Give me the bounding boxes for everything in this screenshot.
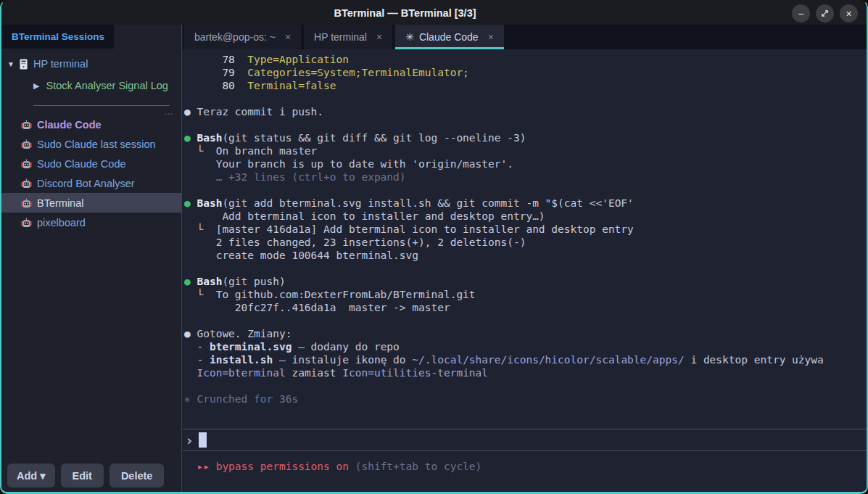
tab-strip: bartek@pop-os: ~×HP terminal×✳Claude Cod… (183, 25, 867, 49)
text-cursor[interactable] (199, 432, 207, 448)
tab-label: bartek@pop-os: ~ (194, 31, 276, 43)
terminal-line: ● Bash(git status && git diff && git log… (184, 131, 867, 144)
main-area: bartek@pop-os: ~×HP terminal×✳Claude Cod… (183, 25, 867, 492)
tab-label: HP terminal (314, 31, 367, 43)
robot-icon (21, 218, 32, 228)
titlebar[interactable]: BTerminal — BTerminal [3/3] − × (1, 1, 867, 25)
terminal-line (184, 379, 867, 392)
terminal-line: - bterminal.svg — dodany do repo (184, 340, 867, 353)
session-label: BTerminal (37, 197, 83, 209)
sidebar-session-item[interactable]: BTerminal (1, 193, 181, 213)
hp-terminal-label: HP terminal (33, 58, 88, 70)
minimize-icon: − (798, 9, 803, 19)
tab-close-icon[interactable]: × (376, 31, 382, 43)
session-label: Discord Bot Analyser (37, 178, 135, 189)
terminal-line: ● Gotowe. Zmiany: (184, 327, 867, 340)
terminal-line: 20fc27f..416da1a master -> master (184, 301, 867, 314)
maximize-icon (821, 9, 829, 17)
sidebar-button-row: Add ▾ Edit Delete (7, 464, 164, 487)
terminal-line: 80 Terminal=false (184, 79, 867, 92)
terminal-line: 78 Type=Application (184, 53, 867, 66)
sidebar-session-item[interactable]: pixelboard (1, 213, 181, 232)
sessions-panel-header[interactable]: BTerminal Sessions (1, 25, 114, 49)
terminal-line: Icon=bterminal zamiast Icon=utilities-te… (184, 366, 867, 379)
chevron-down-icon[interactable]: ▼ (7, 60, 15, 68)
terminal-pane[interactable]: 78 Type=Application 79 Categories=System… (183, 49, 867, 492)
robot-icon (21, 139, 32, 149)
session-list: Claude Code Sudo Claude last session Sud… (1, 115, 181, 232)
terminal-line: - install.sh — instaluje ikonę do ~/.loc… (184, 353, 867, 366)
sessions-header-label: BTerminal Sessions (1, 25, 114, 49)
play-icon: ▶ (33, 81, 39, 91)
window-controls: − × (792, 4, 858, 22)
tab-label: Claude Code (419, 31, 479, 43)
sidebar-item-stock-analyser[interactable]: ▶ Stock Analyser Signal Log (1, 76, 181, 95)
terminal-line (184, 184, 867, 197)
terminal-line (184, 314, 867, 327)
terminal-line (184, 92, 867, 105)
prompt-row[interactable]: › (183, 429, 867, 451)
sidebar-session-item[interactable]: Discord Bot Analyser (1, 173, 181, 193)
terminal-line: ● Teraz commit i push. (184, 105, 867, 118)
terminal-tab[interactable]: ✳Claude Code× (395, 25, 504, 49)
tab-close-icon[interactable]: × (488, 31, 494, 43)
stock-analyser-label: Stock Analyser Signal Log (46, 80, 168, 91)
terminal-line: └ On branch master (184, 144, 867, 157)
terminal-line: 79 Categories=System;TerminalEmulator; (184, 66, 867, 79)
window-title: BTerminal — BTerminal [3/3] (1, 1, 809, 25)
session-label: Sudo Claude Code (37, 158, 126, 170)
session-label: Claude Code (37, 119, 102, 131)
robot-icon (21, 159, 32, 169)
sidebar-item-hp-terminal[interactable]: ▼ HP terminal (1, 54, 181, 73)
add-button[interactable]: Add ▾ (7, 464, 55, 487)
sidebar-session-item[interactable]: Sudo Claude last session (1, 134, 181, 154)
maximize-button[interactable] (816, 4, 834, 22)
terminal-output: 78 Type=Application 79 Categories=System… (183, 49, 867, 429)
asterisk-icon: ✳ (405, 31, 414, 43)
terminal-line: ● Bash(git push) (184, 275, 867, 288)
status-line: ▸▸ bypass permissions on (shift+tab to c… (183, 451, 867, 492)
robot-icon (21, 198, 32, 208)
sidebar-session-item[interactable]: Claude Code (1, 115, 181, 134)
delete-button[interactable]: Delete (109, 464, 165, 487)
terminal-line: Add bterminal icon to installer and desk… (184, 210, 867, 223)
terminal-line (184, 262, 867, 275)
terminal-line: └ To github.com:DexterFromLab/BTerminal.… (184, 288, 867, 301)
close-icon: × (846, 9, 851, 19)
terminal-line: ✳ Crunched for 36s (184, 392, 867, 406)
terminal-line: … +32 lines (ctrl+o to expand) (184, 170, 867, 184)
sidebar-divider (33, 105, 170, 106)
minimize-button[interactable]: − (792, 4, 810, 22)
robot-icon (21, 120, 32, 130)
tab-close-icon[interactable]: × (285, 31, 291, 43)
sessions-sidebar: BTerminal Sessions ▼ HP terminal ▶ Stock… (1, 25, 182, 492)
bterminal-window: BTerminal — BTerminal [3/3] − × BTermina… (0, 0, 868, 494)
close-button[interactable]: × (840, 4, 858, 22)
terminal-line: └ [master 416da1a] Add bterminal icon to… (184, 223, 867, 236)
computer-icon (20, 59, 28, 70)
robot-icon (21, 178, 32, 189)
terminal-line: create mode 100644 bterminal.svg (184, 249, 867, 262)
prompt-chevron-icon: › (185, 433, 194, 448)
terminal-line (184, 118, 867, 131)
sidebar-session-item[interactable]: Sudo Claude Code (1, 154, 181, 173)
terminal-tab[interactable]: HP terminal× (304, 25, 392, 49)
terminal-line: ● Bash(git add bterminal.svg install.sh … (184, 197, 867, 210)
session-label: Sudo Claude last session (37, 139, 156, 150)
terminal-tab[interactable]: bartek@pop-os: ~× (184, 25, 301, 49)
edit-button[interactable]: Edit (61, 464, 104, 487)
terminal-line: Your branch is up to date with 'origin/m… (184, 157, 867, 170)
session-label: pixelboard (37, 217, 86, 229)
terminal-line: 2 files changed, 23 insertions(+), 2 del… (184, 236, 867, 249)
